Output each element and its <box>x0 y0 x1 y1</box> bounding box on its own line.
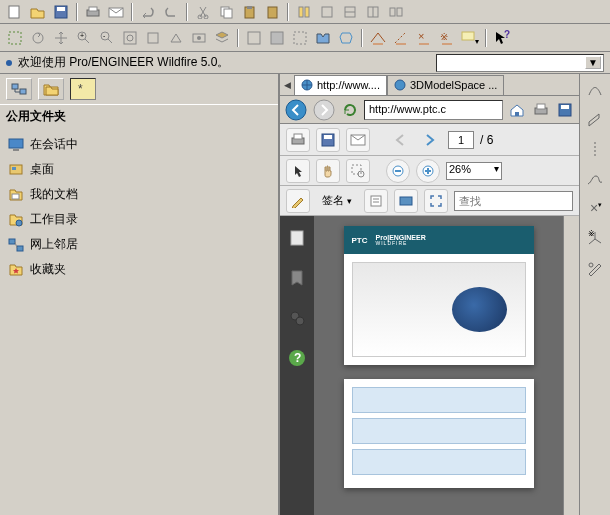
sketch-axis-icon[interactable] <box>584 138 606 160</box>
pdf-zoom-dropdown[interactable]: 26% <box>446 162 502 180</box>
layers-icon[interactable] <box>211 28 233 48</box>
browser-tab-2[interactable]: 3DModelSpace ... <box>387 75 504 95</box>
pdf-sidebar: ? <box>280 216 314 515</box>
tool-c-icon[interactable] <box>362 2 384 22</box>
pdf-page-2 <box>344 379 534 488</box>
open-icon[interactable] <box>27 2 49 22</box>
ptc-sub: WILDFIRE <box>376 241 426 246</box>
pdf-toolbar-2: 26% <box>280 156 579 186</box>
tree-item-network[interactable]: 网上邻居 <box>6 232 272 257</box>
pdf-find-input[interactable]: 查找 <box>454 191 573 211</box>
display-c-icon[interactable] <box>289 28 311 48</box>
tree-item-favorites[interactable]: 收藏夹 <box>6 257 272 282</box>
sketch-line-icon[interactable] <box>584 78 606 100</box>
separator <box>186 3 188 21</box>
pdf-fullscreen-icon[interactable] <box>424 189 448 213</box>
sketch-curve-icon[interactable] <box>584 168 606 190</box>
home-icon[interactable] <box>507 100 527 120</box>
tree-item-session[interactable]: 在会话中 <box>6 132 272 157</box>
svg-rect-86 <box>400 197 412 205</box>
refresh-icon[interactable] <box>340 100 360 120</box>
print-icon[interactable] <box>531 100 551 120</box>
print-icon[interactable] <box>82 2 104 22</box>
select-icon[interactable] <box>4 28 26 48</box>
pdf-page-input[interactable] <box>448 131 474 149</box>
pdf-marquee-zoom-icon[interactable] <box>346 159 370 183</box>
annotation-icon[interactable]: ▾ <box>459 28 481 48</box>
display-d-icon[interactable] <box>312 28 334 48</box>
nav-forward-button[interactable] <box>312 98 336 122</box>
pdf-page-area[interactable]: PTC Pro|ENGINEER WILDFIRE <box>314 216 563 515</box>
sketch-csys-icon[interactable]: ※ <box>584 228 606 250</box>
pdf-select-tool-icon[interactable] <box>286 159 310 183</box>
datum-csys-icon[interactable]: ※ <box>436 28 458 48</box>
filter-dropdown[interactable] <box>436 54 604 72</box>
sketch-sketch-icon[interactable] <box>584 258 606 280</box>
pdf-multimedia-icon[interactable] <box>394 189 418 213</box>
paste-icon[interactable] <box>238 2 260 22</box>
datum-axis-icon[interactable] <box>390 28 412 48</box>
pdf-help-icon[interactable]: ? <box>285 346 309 370</box>
pdf-hand-tool-icon[interactable] <box>316 159 340 183</box>
save-page-icon[interactable] <box>555 100 575 120</box>
browser-tabbar: ◀ http://www.... 3DModelSpace ... <box>280 74 579 96</box>
display-b-icon[interactable] <box>266 28 288 48</box>
sketch-point-icon[interactable]: ×▾ <box>584 198 606 220</box>
tab-model-tree[interactable] <box>6 78 32 100</box>
pdf-next-page-icon[interactable] <box>418 128 442 152</box>
pdf-prev-page-icon[interactable] <box>388 128 412 152</box>
pdf-sign-dropdown[interactable]: 签名▾ <box>316 191 358 211</box>
datum-point-icon[interactable]: × <box>413 28 435 48</box>
pdf-thumbnails-icon[interactable] <box>285 226 309 250</box>
tab-favorites[interactable]: * <box>70 78 96 100</box>
tool-d-icon[interactable] <box>385 2 407 22</box>
saved-views-icon[interactable] <box>188 28 210 48</box>
redo-icon[interactable] <box>160 2 182 22</box>
address-input[interactable]: http://www.ptc.c <box>364 100 503 120</box>
separator <box>131 3 133 21</box>
refit-icon[interactable] <box>142 28 164 48</box>
spin-icon[interactable] <box>27 28 49 48</box>
tool-b-icon[interactable] <box>339 2 361 22</box>
pdf-search-panel-icon[interactable] <box>285 306 309 330</box>
undo-icon[interactable] <box>137 2 159 22</box>
folders-title: 公用文件夹 <box>0 104 278 128</box>
pdf-zoom-out-icon[interactable] <box>386 159 410 183</box>
zoom-fit-icon[interactable] <box>119 28 141 48</box>
new-icon[interactable] <box>4 2 26 22</box>
tool-a-icon[interactable] <box>316 2 338 22</box>
regen-icon[interactable] <box>293 2 315 22</box>
help-pointer-icon[interactable]: ? <box>491 28 513 48</box>
display-e-icon[interactable] <box>335 28 357 48</box>
mydocs-icon <box>8 187 24 203</box>
tab-folder-browser[interactable] <box>38 78 64 100</box>
zoom-out-icon[interactable]: - <box>96 28 118 48</box>
tree-item-workdir[interactable]: 工作目录 <box>6 207 272 232</box>
pdf-email-icon[interactable] <box>346 128 370 152</box>
pdf-form-icon[interactable] <box>364 189 388 213</box>
paste-special-icon[interactable] <box>261 2 283 22</box>
zoom-in-icon[interactable]: + <box>73 28 95 48</box>
copy-icon[interactable] <box>215 2 237 22</box>
pdf-pencil-icon[interactable] <box>286 189 310 213</box>
orient-icon[interactable] <box>165 28 187 48</box>
display-a-icon[interactable] <box>243 28 265 48</box>
tree-item-mydocs[interactable]: 我的文档 <box>6 182 272 207</box>
save-icon[interactable] <box>50 2 72 22</box>
address-bar: http://www.ptc.c <box>280 96 579 124</box>
pdf-print-icon[interactable] <box>286 128 310 152</box>
datum-plane-icon[interactable] <box>367 28 389 48</box>
pan-icon[interactable] <box>50 28 72 48</box>
pdf-zoom-in-icon[interactable] <box>416 159 440 183</box>
sketch-plane-icon[interactable] <box>584 108 606 130</box>
tree-item-desktop[interactable]: 桌面 <box>6 157 272 182</box>
browser-tab-1[interactable]: http://www.... <box>294 75 387 95</box>
tab-scroll-left-icon[interactable]: ◀ <box>280 80 294 90</box>
nav-back-button[interactable] <box>284 98 308 122</box>
pdf-save-icon[interactable] <box>316 128 340 152</box>
mail-icon[interactable] <box>105 2 127 22</box>
cut-icon[interactable] <box>192 2 214 22</box>
svg-rect-74 <box>324 135 332 139</box>
pdf-bookmarks-icon[interactable] <box>285 266 309 290</box>
pdf-scrollbar[interactable] <box>563 216 579 515</box>
